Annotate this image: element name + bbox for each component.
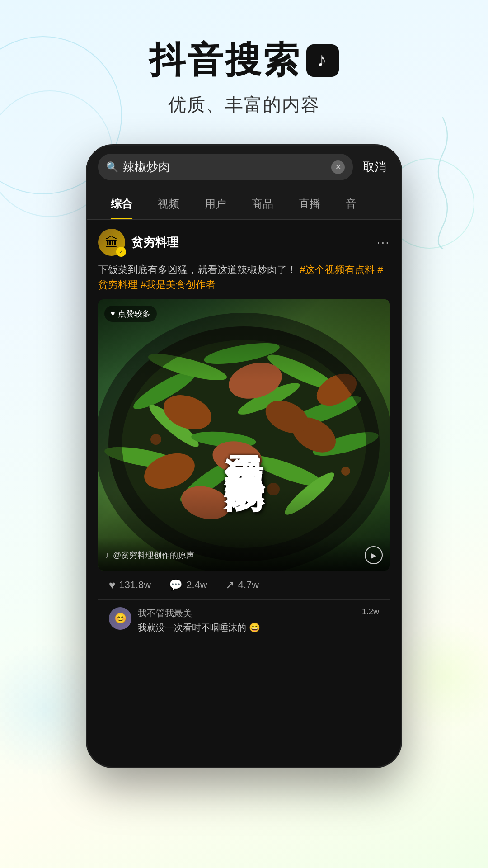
post-description: 下饭菜到底有多凶猛，就看这道辣椒炒肉了！ #这个视频有点料 #贫穷料理 #我是美… [98,262,390,292]
search-input-wrapper[interactable]: 🔍 辣椒炒肉 ✕ [98,154,353,180]
post-card: 🏛 ✓ 贫穷料理 ··· 下饭菜到底有多凶猛，就看这道辣椒炒肉了！ #这个视频有… [87,220,401,641]
comment-preview: 😊 我不管我最美 我就没一次看时不咽唾沫的 😄 1.2w [98,600,390,641]
comments-stat[interactable]: 💬 2.4w [169,579,207,591]
comments-count: 2.4w [186,579,207,591]
comment-text: 我就没一次看时不咽唾沫的 😄 [138,621,356,634]
tab-音[interactable]: 音 [333,189,369,219]
user-info: 🏛 ✓ 贫穷料理 [98,229,178,256]
tab-综合[interactable]: 综合 [98,189,145,219]
video-bottom-bar: ♪ @贫穷料理创作的原声 ▶ [98,537,390,571]
header: 抖音搜索 优质、丰富的内容 [0,0,488,135]
stats-row: ♥ 131.8w 💬 2.4w ↗ 4.7w [98,571,390,600]
search-icon: 🔍 [106,161,118,173]
comment-avatar: 😊 [109,607,131,630]
search-bar: 🔍 辣椒炒肉 ✕ 取消 [87,146,401,189]
title-text: 抖音搜索 [149,36,301,85]
shares-count: 4.7w [238,579,259,591]
app-title: 抖音搜索 [149,36,339,85]
verified-badge: ✓ [116,247,126,257]
tab-直播[interactable]: 直播 [286,189,333,219]
tiktok-logo-icon [306,44,339,77]
user-row: 🏛 ✓ 贫穷料理 ··· [98,229,390,256]
subtitle-text: 优质、丰富的内容 [0,92,488,117]
video-big-text: 勇猛辣椒炒肉 [222,424,266,446]
username-label: 贫穷料理 [131,235,178,250]
likes-stat[interactable]: ♥ 131.8w [109,579,151,591]
source-text: @贫穷料理创作的原声 [113,550,194,561]
comment-content: 我不管我最美 我就没一次看时不咽唾沫的 😄 [138,607,356,634]
video-source: ♪ @贫穷料理创作的原声 [105,550,194,561]
more-options-button[interactable]: ··· [377,235,390,250]
share-icon: ↗ [225,579,235,591]
comment-likes-count: 1.2w [362,607,379,617]
likes-count: 131.8w [119,579,151,591]
phone-wrapper: 🔍 辣椒炒肉 ✕ 取消 综合 视频 用户 商品 直播 音 [0,144,488,768]
play-button[interactable]: ▶ [365,546,383,564]
tab-商品[interactable]: 商品 [239,189,286,219]
shares-stat[interactable]: ↗ 4.7w [225,579,259,591]
search-clear-button[interactable]: ✕ [331,160,345,174]
tab-视频[interactable]: 视频 [145,189,192,219]
video-text-overlay: 勇猛辣椒炒肉 [98,299,390,571]
comment-username: 我不管我最美 [138,607,356,619]
video-thumbnail[interactable]: ♥ 点赞较多 勇猛辣椒炒肉 ♪ @贫穷料理创作的原声 ▶ [98,299,390,571]
heart-icon: ♥ [109,579,115,591]
search-cancel-button[interactable]: 取消 [359,159,390,175]
search-query-text: 辣椒炒肉 [123,159,327,175]
comment-icon: 💬 [169,579,183,591]
tab-bar: 综合 视频 用户 商品 直播 音 [87,189,401,220]
avatar-wrapper: 🏛 ✓ [98,229,125,256]
phone-mockup: 🔍 辣椒炒肉 ✕ 取消 综合 视频 用户 商品 直播 音 [86,144,402,768]
tab-用户[interactable]: 用户 [192,189,239,219]
